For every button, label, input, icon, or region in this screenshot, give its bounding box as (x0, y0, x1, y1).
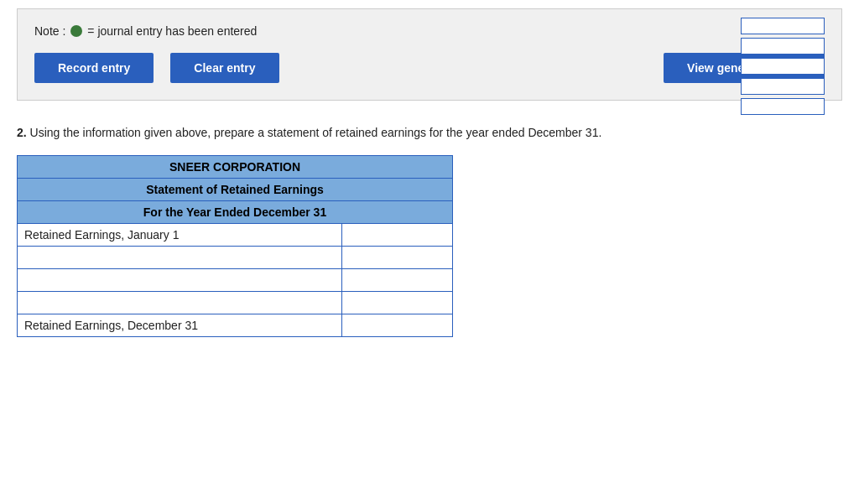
buttons-row: Record entry Clear entry View general jo… (34, 53, 825, 83)
input-value-3[interactable] (349, 296, 445, 309)
table-header-row-1: SNEER CORPORATION (18, 156, 453, 179)
label-retained-dec: Retained Earnings, December 31 (18, 314, 342, 337)
input-label-1[interactable] (24, 251, 335, 264)
input-retained-dec[interactable] (349, 319, 445, 332)
input-label-3[interactable] (24, 296, 335, 309)
top-right-cell-2[interactable] (741, 38, 825, 55)
table-header-period: For the Year Ended December 31 (18, 201, 453, 224)
note-prefix-text: Note : (34, 24, 65, 38)
section2-text: Using the information given above, prepa… (30, 126, 602, 139)
table-header-row-2: Statement of Retained Earnings (18, 179, 453, 201)
section2-number: 2. (17, 126, 27, 139)
value-retained-jan[interactable] (341, 224, 452, 247)
table-row-editable-2 (18, 269, 453, 292)
table-row-retained-dec: Retained Earnings, December 31 (18, 314, 453, 337)
top-right-cell-5[interactable] (741, 98, 825, 115)
label-retained-jan: Retained Earnings, January 1 (18, 224, 342, 247)
table-header-statement: Statement of Retained Earnings (18, 179, 453, 201)
top-right-table (741, 18, 825, 115)
input-retained-jan[interactable] (349, 228, 445, 242)
note-line: Note : = journal entry has been entered (34, 24, 825, 38)
table-header-row-3: For the Year Ended December 31 (18, 201, 453, 224)
value-editable-1[interactable] (341, 247, 452, 269)
green-dot-icon (70, 25, 82, 37)
table-row-retained-jan: Retained Earnings, January 1 (18, 224, 453, 247)
label-editable-2[interactable] (18, 269, 342, 292)
input-value-1[interactable] (349, 251, 445, 264)
note-text: = journal entry has been entered (87, 24, 257, 38)
section2: 2. Using the information given above, pr… (17, 124, 842, 337)
table-row-editable-1 (18, 247, 453, 269)
section2-description: 2. Using the information given above, pr… (17, 124, 842, 142)
label-editable-3[interactable] (18, 292, 342, 314)
value-retained-dec[interactable] (341, 314, 452, 337)
value-editable-2[interactable] (341, 269, 452, 292)
record-entry-button[interactable]: Record entry (34, 53, 154, 83)
label-editable-1[interactable] (18, 247, 342, 269)
top-right-cell-3[interactable] (741, 58, 825, 75)
input-value-2[interactable] (349, 273, 445, 287)
table-header-corporation: SNEER CORPORATION (18, 156, 453, 179)
value-editable-3[interactable] (341, 292, 452, 314)
top-right-cell-4[interactable] (741, 78, 825, 95)
top-section: Note : = journal entry has been entered … (17, 8, 842, 101)
input-label-2[interactable] (24, 273, 335, 287)
statement-table: SNEER CORPORATION Statement of Retained … (17, 155, 453, 337)
table-row-editable-3 (18, 292, 453, 314)
clear-entry-button[interactable]: Clear entry (170, 53, 279, 83)
top-right-cell-1[interactable] (741, 18, 825, 34)
